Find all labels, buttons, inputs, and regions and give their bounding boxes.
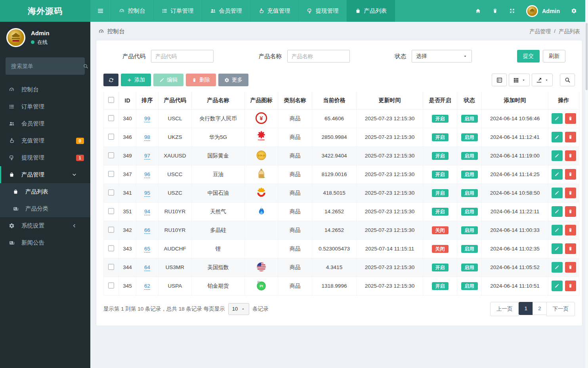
export-button[interactable] bbox=[532, 74, 553, 86]
trash-button[interactable] bbox=[487, 8, 504, 14]
sidebar-item-withdraw[interactable]: 提现管理1 bbox=[0, 149, 90, 166]
columns-button[interactable] bbox=[509, 74, 530, 86]
row-checkbox[interactable] bbox=[108, 245, 114, 251]
sidebar-item-product-list[interactable]: 产品列表 bbox=[0, 183, 90, 200]
page-button-1[interactable]: 1 bbox=[519, 302, 533, 315]
row-edit-button[interactable] bbox=[552, 169, 563, 180]
row-delete-button[interactable] bbox=[565, 281, 576, 291]
row-delete-button[interactable] bbox=[565, 150, 576, 161]
row-checkbox[interactable] bbox=[108, 264, 114, 270]
cell-updated: 2025-07-23 12:15:30 bbox=[357, 184, 423, 202]
page-size-select[interactable]: 10 bbox=[228, 303, 249, 315]
code-filter-input[interactable] bbox=[151, 50, 214, 63]
cell-price: 2850.9984 bbox=[312, 128, 357, 146]
row-checkbox[interactable] bbox=[108, 208, 114, 214]
page-button-2[interactable]: 2 bbox=[533, 302, 547, 315]
topnav-item-members[interactable]: 会员管理 bbox=[202, 0, 250, 22]
row-checkbox[interactable] bbox=[108, 227, 114, 233]
sidebar-search-input[interactable] bbox=[11, 63, 83, 69]
search-icon[interactable] bbox=[83, 63, 89, 69]
select-all-checkbox[interactable] bbox=[108, 97, 114, 103]
table-search-button[interactable] bbox=[560, 74, 575, 86]
brand-logo[interactable]: 海外源码 bbox=[0, 0, 90, 22]
sidebar-item-product-mgmt[interactable]: 产品管理 bbox=[0, 166, 90, 183]
row-delete-button[interactable] bbox=[565, 188, 576, 198]
sidebar-item-system-settings[interactable]: 系统设置 bbox=[0, 217, 90, 234]
cell-name: 豆油 bbox=[192, 165, 245, 184]
sort-link[interactable]: 95 bbox=[144, 190, 150, 197]
row-edit-button[interactable] bbox=[552, 188, 563, 198]
row-edit-button[interactable] bbox=[552, 113, 563, 124]
topnav-item-orders[interactable]: 订单管理 bbox=[153, 0, 202, 22]
cell-added: 2024-06-14 11:19:00 bbox=[482, 146, 548, 165]
name-filter-input[interactable] bbox=[287, 50, 350, 63]
sort-link[interactable]: 98 bbox=[144, 134, 150, 141]
row-checkbox[interactable] bbox=[108, 190, 114, 195]
scrollbar-thumb[interactable] bbox=[586, 23, 588, 90]
row-delete-button[interactable] bbox=[565, 132, 576, 142]
breadcrumb[interactable]: 控制台 bbox=[98, 28, 125, 35]
refresh-button[interactable]: 刷新 bbox=[543, 50, 565, 63]
cell-id: 347 bbox=[119, 165, 136, 184]
row-delete-button[interactable] bbox=[565, 206, 576, 217]
breadcrumb-parent[interactable]: 产品管理 bbox=[529, 28, 551, 35]
sort-link[interactable]: 94 bbox=[144, 209, 150, 215]
row-checkbox[interactable] bbox=[108, 283, 114, 288]
sort-link[interactable]: 66 bbox=[144, 227, 150, 234]
row-edit-button[interactable] bbox=[552, 281, 563, 291]
sort-link[interactable]: 65 bbox=[144, 246, 150, 252]
settings-button[interactable] bbox=[565, 8, 582, 14]
cell-id: 346 bbox=[119, 128, 136, 146]
row-checkbox[interactable] bbox=[108, 171, 114, 177]
topnav-item-console[interactable]: 控制台 bbox=[111, 0, 153, 22]
sort-link[interactable]: 97 bbox=[144, 153, 150, 159]
row-checkbox[interactable] bbox=[108, 134, 114, 140]
sidebar-item-members[interactable]: 会员管理 bbox=[0, 115, 90, 132]
row-edit-button[interactable] bbox=[552, 206, 563, 217]
row-edit-button[interactable] bbox=[552, 150, 563, 161]
home-button[interactable] bbox=[470, 8, 487, 14]
cell-name: 央行数字人民币 bbox=[192, 109, 245, 128]
sidebar-item-recharge[interactable]: 充值管理0 bbox=[0, 132, 90, 149]
sort-link[interactable]: 96 bbox=[144, 171, 150, 178]
topnav-item-withdraw[interactable]: 提现管理 bbox=[298, 0, 347, 22]
table-row: 34365AUDCHF锂商品0.5230054732025-07-14 11:1… bbox=[104, 239, 579, 258]
sidebar-item-orders[interactable]: 订单管理 bbox=[0, 98, 90, 115]
status-select[interactable]: 选择 bbox=[412, 50, 472, 63]
sidebar-item-product-category[interactable]: 产品分类 bbox=[0, 200, 90, 217]
sidebar-item-console[interactable]: 控制台 bbox=[0, 81, 90, 98]
submit-button[interactable]: 提交 bbox=[517, 50, 540, 63]
add-button[interactable]: 添加 bbox=[121, 74, 151, 86]
cell-icon bbox=[245, 202, 278, 221]
fullscreen-button[interactable] bbox=[504, 8, 521, 14]
next-page-button[interactable]: 下一页 bbox=[546, 302, 575, 316]
row-checkbox[interactable] bbox=[108, 115, 114, 121]
sort-link[interactable]: 62 bbox=[144, 283, 150, 290]
delete-button[interactable]: 删除 bbox=[186, 74, 216, 86]
row-delete-button[interactable] bbox=[565, 262, 576, 273]
detail-view-button[interactable] bbox=[492, 74, 507, 86]
row-delete-button[interactable] bbox=[565, 225, 576, 235]
topnav-item-product-list[interactable]: 产品列表 bbox=[347, 0, 395, 22]
columns-grid-icon bbox=[513, 77, 519, 83]
page-scrollbar[interactable] bbox=[585, 0, 588, 368]
row-edit-button[interactable] bbox=[552, 225, 563, 235]
prev-page-button[interactable]: 上一页 bbox=[490, 302, 519, 316]
row-edit-button[interactable] bbox=[552, 243, 563, 254]
dashboard-icon bbox=[119, 8, 125, 14]
row-delete-button[interactable] bbox=[565, 169, 576, 180]
sort-link[interactable]: 64 bbox=[144, 264, 150, 271]
topnav-item-recharge[interactable]: 充值管理 bbox=[250, 0, 298, 22]
row-delete-button[interactable] bbox=[565, 243, 576, 254]
more-button[interactable]: 更多 bbox=[218, 74, 248, 86]
sidebar-item-news[interactable]: 新闻公告 bbox=[0, 234, 90, 251]
row-checkbox[interactable] bbox=[108, 152, 114, 158]
sort-link[interactable]: 99 bbox=[144, 116, 150, 122]
reload-button[interactable] bbox=[103, 74, 118, 86]
sidebar-toggle-button[interactable] bbox=[90, 0, 111, 22]
edit-button[interactable]: 编辑 bbox=[153, 74, 183, 86]
row-delete-button[interactable] bbox=[565, 113, 576, 124]
user-menu[interactable]: Admin bbox=[521, 5, 565, 17]
row-edit-button[interactable] bbox=[552, 132, 563, 142]
row-edit-button[interactable] bbox=[552, 262, 563, 273]
